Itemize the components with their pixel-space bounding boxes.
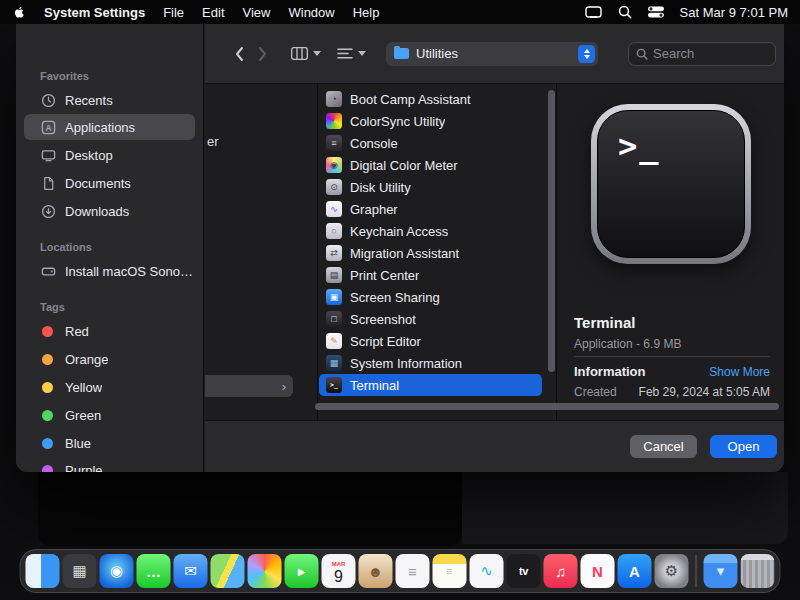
file-row[interactable]: ∿ Grapher: [319, 198, 542, 220]
menu-window[interactable]: Window: [288, 5, 334, 20]
cancel-button[interactable]: Cancel: [630, 435, 697, 458]
dock-contacts-icon[interactable]: ☻: [359, 554, 393, 588]
disk-utility-icon: ⊙: [326, 179, 342, 195]
dock-maps-icon[interactable]: [211, 554, 245, 588]
dock-messages-icon[interactable]: …: [137, 554, 171, 588]
files-column: ◔ Boot Camp Assistant ColorSync Utility …: [319, 84, 557, 420]
dock-music-icon[interactable]: ♫: [544, 554, 578, 588]
terminal-prompt-glyph: >_: [618, 127, 661, 165]
column-view-button[interactable]: [291, 47, 321, 60]
dock-facetime-icon[interactable]: ▶: [285, 554, 319, 588]
file-name: Disk Utility: [350, 180, 411, 195]
sidebar-tag-orange[interactable]: Orange: [24, 346, 195, 372]
sidebar-tag-green[interactable]: Green: [24, 402, 195, 428]
sidebar-item-label: Desktop: [65, 148, 113, 163]
dock: ▦ ◉ … ✉ ▶ MAR 9 ☻ ≡ ≡ ∿ tv ♫ N A ⚙ ▾: [20, 549, 781, 593]
file-row[interactable]: ◉ Digital Color Meter: [319, 154, 542, 176]
sidebar-tag-red[interactable]: Red: [24, 318, 195, 344]
dock-finder-icon[interactable]: [26, 554, 60, 588]
dock-photos-icon[interactable]: [248, 554, 282, 588]
sidebar-item-recents[interactable]: Recents: [24, 87, 195, 113]
file-name: Screen Sharing: [350, 290, 440, 305]
show-more-link[interactable]: Show More: [709, 365, 770, 379]
back-button[interactable]: [227, 42, 251, 66]
file-row-selected[interactable]: >_ Terminal: [319, 374, 542, 396]
sidebar-item-install-macos[interactable]: Install macOS Sono…: [24, 258, 195, 284]
menu-file[interactable]: File: [163, 5, 184, 20]
file-name: Digital Color Meter: [350, 158, 458, 173]
dock-safari-icon[interactable]: ◉: [100, 554, 134, 588]
active-app-name[interactable]: System Settings: [44, 5, 145, 20]
menu-view[interactable]: View: [243, 5, 271, 20]
folder-popup-button[interactable]: Utilities: [386, 42, 598, 66]
sidebar-item-label: Blue: [65, 436, 91, 451]
forward-button[interactable]: [251, 42, 275, 66]
macos-screen: System Settings File Edit View Window He…: [0, 0, 800, 600]
sidebar-item-desktop[interactable]: Desktop: [24, 142, 195, 168]
group-list-icon: [337, 47, 353, 60]
dock-news-icon[interactable]: N: [581, 554, 615, 588]
menu-edit[interactable]: Edit: [202, 5, 224, 20]
file-row[interactable]: ▦ System Information: [319, 352, 542, 374]
preview-divider: [574, 356, 770, 357]
open-button[interactable]: Open: [710, 435, 777, 458]
dock-system-settings-icon[interactable]: ⚙: [655, 554, 689, 588]
parent-column: er ›: [205, 84, 318, 420]
sidebar-section-favorites: Favorites: [40, 70, 89, 84]
dock-freeform-icon[interactable]: ∿: [470, 554, 504, 588]
menu-bar-clock[interactable]: Sat Mar 9 7:01 PM: [680, 5, 788, 20]
dock-calendar-icon[interactable]: MAR 9: [322, 554, 356, 588]
parent-selected-folder[interactable]: ›: [205, 375, 293, 397]
purple-tag-dot-icon: [42, 465, 53, 473]
file-row[interactable]: ○ Keychain Access: [319, 220, 542, 242]
migration-assistant-icon: ⇄: [326, 245, 342, 261]
sidebar-item-label: Purple: [65, 463, 103, 473]
dock-app-store-icon[interactable]: A: [618, 554, 652, 588]
dock-launchpad-icon[interactable]: ▦: [63, 554, 97, 588]
file-row[interactable]: ✎ Script Editor: [319, 330, 542, 352]
system-information-icon: ▦: [326, 355, 342, 371]
file-name: Console: [350, 136, 398, 151]
file-row[interactable]: ▣ Screen Sharing: [319, 286, 542, 308]
dock-tv-icon[interactable]: tv: [507, 554, 541, 588]
sidebar-item-documents[interactable]: Documents: [24, 170, 195, 196]
dock-mail-icon[interactable]: ✉: [174, 554, 208, 588]
file-row[interactable]: ◔ Boot Camp Assistant: [319, 88, 542, 110]
document-icon: [40, 175, 56, 191]
search-input[interactable]: [653, 46, 768, 61]
terminal-icon: >_: [326, 377, 342, 393]
sidebar-section-tags: Tags: [40, 301, 65, 315]
dock-reminders-icon[interactable]: ≡: [396, 554, 430, 588]
disclosure-chevron-icon: ›: [282, 379, 286, 394]
screen-mirroring-icon[interactable]: [585, 6, 602, 19]
file-row[interactable]: ⇄ Migration Assistant: [319, 242, 542, 264]
file-row[interactable]: ⊙ Disk Utility: [319, 176, 542, 198]
file-name: Terminal: [350, 378, 399, 393]
green-tag-dot-icon: [42, 410, 53, 421]
sidebar-item-downloads[interactable]: Downloads: [24, 198, 195, 224]
file-row[interactable]: ≡ Console: [319, 132, 542, 154]
sidebar-tag-purple[interactable]: Purple: [24, 457, 195, 472]
apple-menu-icon[interactable]: [12, 5, 26, 19]
open-file-dialog: Favorites Recents A Applications Desktop: [16, 24, 784, 472]
search-icon: [636, 48, 648, 60]
search-icon[interactable]: [618, 5, 632, 19]
dock-notes-icon[interactable]: ≡: [433, 554, 467, 588]
group-by-button[interactable]: [337, 47, 366, 60]
file-row[interactable]: ColorSync Utility: [319, 110, 542, 132]
terminal-app-icon-screen: >_: [597, 110, 745, 258]
dock-separator: [696, 555, 697, 587]
sidebar-section-locations: Locations: [40, 241, 92, 255]
sidebar-tag-yellow[interactable]: Yellow: [24, 374, 195, 400]
file-row[interactable]: ▤ Print Center: [319, 264, 542, 286]
dock-trash-icon[interactable]: [741, 554, 775, 588]
script-editor-icon: ✎: [326, 333, 342, 349]
dock-downloads-folder-icon[interactable]: ▾: [704, 554, 738, 588]
menu-help[interactable]: Help: [353, 5, 380, 20]
sidebar-tag-blue[interactable]: Blue: [24, 430, 195, 456]
control-center-icon[interactable]: [648, 6, 664, 18]
vertical-scrollbar[interactable]: [548, 90, 555, 372]
sidebar-item-applications[interactable]: A Applications: [24, 114, 195, 140]
file-row[interactable]: □ Screenshot: [319, 308, 542, 330]
search-field[interactable]: [628, 42, 776, 66]
